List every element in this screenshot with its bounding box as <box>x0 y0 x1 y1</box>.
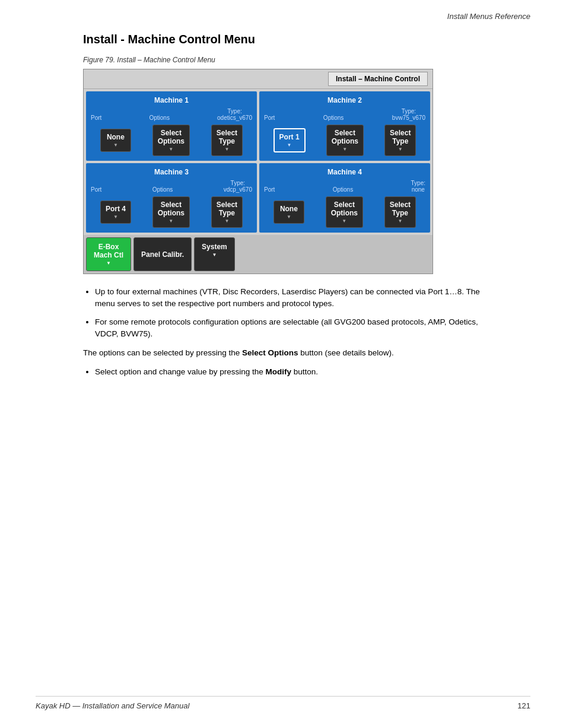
machine1-select-type-button[interactable]: SelectType ▼ <box>211 125 243 156</box>
bullet-item-3: Select option and change value by pressi… <box>95 366 498 378</box>
body-content: Up to four external machines (VTR, Disc … <box>83 286 498 379</box>
machine2-port-col: Port <box>264 115 275 122</box>
machine1-options-col: Options <box>149 115 169 122</box>
modify-bold: Modify <box>265 367 291 376</box>
machine3-port-col: Port <box>91 186 101 194</box>
machine3-select-options-button[interactable]: SelectOptions ▼ <box>152 196 190 228</box>
header-reference: Install Menus Reference <box>36 12 530 21</box>
machine2-select-type-button[interactable]: SelectType ▼ <box>384 125 416 156</box>
machine-3-title: Machine 3 <box>91 168 252 176</box>
machine1-port-label: Port <box>91 115 101 121</box>
machine4-select-options-button[interactable]: SelectOptions ▼ <box>326 196 363 228</box>
machine1-type-value: odetics_v670 <box>217 115 252 121</box>
machine3-type-label: Type: <box>231 180 245 186</box>
machine2-type-value: bvw75_v670 <box>392 115 425 121</box>
machine3-options-label: Options <box>152 186 173 193</box>
machine2-buttons: Port 1 ▼ SelectOptions ▼ SelectType ▼ <box>264 125 425 156</box>
machine-2-block: Machine 2 Port Options Type: bvw75_v670 <box>259 91 430 161</box>
machine2-select-options-button[interactable]: SelectOptions ▼ <box>326 125 364 156</box>
machine1-buttons: None ▼ SelectOptions ▼ SelectType ▼ <box>91 125 252 156</box>
tab-panel-calibr[interactable]: Panel Calibr. <box>133 237 192 271</box>
machine4-port-label: Port <box>264 186 275 193</box>
figure-caption: Figure 79. Install – Machine Control Men… <box>83 56 530 64</box>
footer: Kayak HD — Installation and Service Manu… <box>36 696 530 710</box>
machine2-port-button[interactable]: Port 1 ▼ <box>274 128 306 152</box>
bullet-list-2: Select option and change value by pressi… <box>95 366 498 378</box>
machine1-select-options-button[interactable]: SelectOptions ▼ <box>152 125 190 156</box>
bullet-list: Up to four external machines (VTR, Disc … <box>95 286 498 340</box>
machine1-type-label: Type: <box>227 108 241 115</box>
machine3-options-col: Options <box>152 186 173 194</box>
machine3-buttons: Port 4 ▼ SelectOptions ▼ SelectType ▼ <box>91 196 252 228</box>
machine2-type-info: Type: bvw75_v670 <box>392 108 425 122</box>
machine3-port-button[interactable]: Port 4 ▼ <box>100 201 131 224</box>
machine4-type-value: none <box>412 186 425 193</box>
machine3-select-type-button[interactable]: SelectType ▼ <box>211 196 243 228</box>
footer-right: 121 <box>517 701 530 710</box>
tab-ebox-machctl[interactable]: E-Box Mach Ctl ▼ <box>86 237 131 271</box>
machine3-port-label: Port <box>91 186 101 193</box>
machine1-options-label: Options <box>149 115 169 121</box>
bullet-item-1: Up to four external machines (VTR, Disc … <box>95 286 498 310</box>
machine2-options-col: Options <box>323 115 344 122</box>
machine-4-title: Machine 4 <box>264 168 425 176</box>
panel-header-row: Install – Machine Control <box>84 69 433 89</box>
machine4-type-label: Type: <box>411 180 425 186</box>
machine1-port-col: Port <box>91 115 101 122</box>
ui-panel: Install – Machine Control Machine 1 Port… <box>83 69 433 274</box>
machine2-options-label: Options <box>323 115 344 121</box>
machine-2-title: Machine 2 <box>264 96 425 104</box>
machine3-type-value: vdcp_v670 <box>224 186 252 193</box>
machine4-select-type-button[interactable]: SelectType ▼ <box>384 196 416 228</box>
machine2-port-label: Port <box>264 115 275 121</box>
machine4-options-label: Options <box>333 186 353 193</box>
panel-title: Install – Machine Control <box>328 72 428 86</box>
machine3-type-info: Type: vdcp_v670 <box>224 180 252 194</box>
page-title: Install - Machine Control Menu <box>83 33 530 46</box>
machine4-port-button[interactable]: None ▼ <box>274 201 304 224</box>
machine4-options-col: Options <box>333 186 353 194</box>
machine4-type-info: Type: none <box>411 180 425 194</box>
machine1-port-button[interactable]: None ▼ <box>100 129 131 152</box>
machine4-port-col: Port <box>264 186 275 194</box>
tab-bar: E-Box Mach Ctl ▼ Panel Calibr. System ▼ <box>84 235 433 274</box>
machine1-type-info: Type: odetics_v670 <box>217 108 252 122</box>
machine4-buttons: None ▼ SelectOptions ▼ SelectType ▼ <box>264 196 425 228</box>
machines-grid: Machine 1 Port Options Type: odetics_v67… <box>84 89 433 235</box>
machine-3-block: Machine 3 Port Options Type: vdcp_v670 <box>86 163 257 233</box>
select-options-bold: Select Options <box>242 348 298 357</box>
tab-system[interactable]: System ▼ <box>194 237 235 271</box>
bullet-item-2: For some remote protocols configuration … <box>95 316 498 341</box>
paragraph-select-options: The options can be selected by pressing … <box>83 347 498 359</box>
machine-4-block: Machine 4 Port Options Type: none No <box>259 163 430 233</box>
machine-1-title: Machine 1 <box>91 96 252 104</box>
footer-left: Kayak HD — Installation and Service Manu… <box>36 701 189 710</box>
machine-1-block: Machine 1 Port Options Type: odetics_v67… <box>86 91 257 161</box>
machine2-type-label: Type: <box>402 108 416 115</box>
